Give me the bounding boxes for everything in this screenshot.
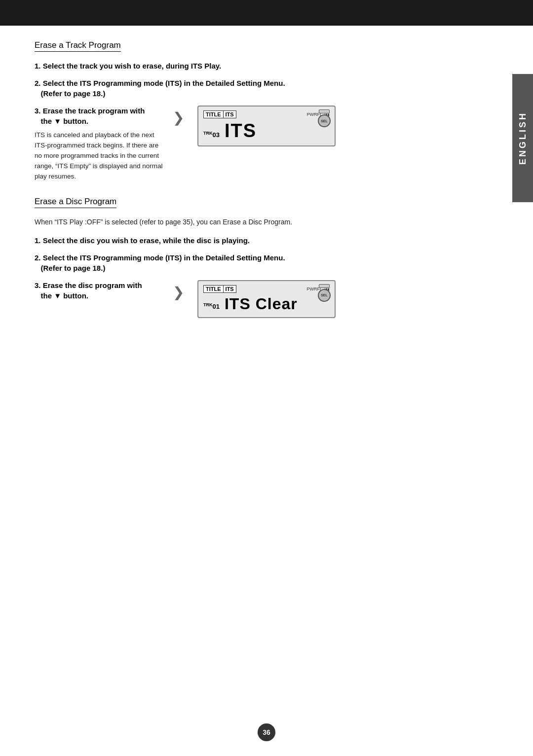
disc-step2-text: 2. Select the ITS Programming mode (ITS)… (35, 253, 285, 272)
disc-intro: When “ITS Play :OFF” is selected (refer … (35, 217, 494, 227)
top-bar (0, 0, 533, 26)
track-step1-text: 1. Select the track you wish to erase, d… (35, 62, 221, 70)
disc-step3-row: 3. Erase the disc program with the ▼ but… (35, 280, 494, 318)
display1-its-badge: ITS (224, 110, 236, 118)
section-erase-track: Erase a Track Program 1. Select the trac… (35, 40, 494, 182)
section2-heading: Erase a Disc Program (35, 197, 116, 208)
track-step3-description: ITS is canceled and playback of the next… (35, 130, 163, 182)
display2-top-row: TITLE ITS PWRFL ⏮ (203, 285, 330, 293)
disc-step3-heading: 3. Erase the disc program with the ▼ but… (35, 280, 163, 301)
display2-main-text: ITS Clear (225, 295, 298, 313)
display2-sel-knob: SEL (318, 289, 331, 302)
disc-step1-text: 1. Select the disc you wish to erase, wh… (35, 236, 250, 245)
disc-step3-text-block: 3. Erase the disc program with the ▼ but… (35, 280, 163, 305)
track-step3-text-block: 3. Erase the track program with the ▼ bu… (35, 106, 163, 182)
display1-title-badge: TITLE (203, 110, 224, 118)
main-content: Erase a Track Program 1. Select the trac… (30, 26, 503, 340)
display1-main-text: ITS (225, 120, 257, 142)
page-number: 36 (258, 723, 275, 741)
display1-ctrl-bar (319, 109, 330, 113)
device-display-1: TITLE ITS PWRFL ⏮ SEL (197, 106, 336, 146)
arrow2: ❯ (173, 284, 188, 300)
section-erase-disc: Erase a Disc Program When “ITS Play :OFF… (35, 197, 494, 318)
display1-right-controls: SEL (318, 109, 331, 127)
display1-top-row: TITLE ITS PWRFL ⏮ (203, 110, 330, 118)
step1-num: 1. (35, 62, 41, 70)
display2-its-badge: ITS (224, 285, 236, 293)
track-step3-row: 3. Erase the track program with the ▼ bu… (35, 106, 494, 182)
english-side-tab: ENGLISH (512, 74, 533, 202)
display2-ctrl-bar (319, 284, 330, 288)
display2-title-badge: TITLE (203, 285, 224, 293)
track-step2-text: 2. Select the ITS Programming mode (ITS)… (35, 79, 285, 98)
section1-heading: Erase a Track Program (35, 40, 121, 52)
step2-num: 2. (35, 79, 41, 87)
disc-step1: 1. Select the disc you wish to erase, wh… (35, 235, 494, 246)
display1-trk: TRK03 (203, 131, 220, 139)
arrow1: ❯ (173, 109, 188, 126)
side-tab-label: ENGLISH (518, 111, 528, 165)
display1-sel-knob: SEL (318, 114, 331, 127)
display1-badge: TITLE ITS (203, 110, 236, 118)
display2-trk: TRK01 (203, 302, 220, 310)
disc-step2: 2. Select the ITS Programming mode (ITS)… (35, 252, 494, 273)
display2-main-row: TRK01 ITS Clear (203, 295, 330, 313)
display1-main-row: TRK03 ITS (203, 120, 330, 142)
display2-badge: TITLE ITS (203, 285, 236, 293)
device-display-2: TITLE ITS PWRFL ⏮ SEL (197, 280, 336, 318)
track-step2: 2. Select the ITS Programming mode (ITS)… (35, 78, 494, 99)
track-step1: 1. Select the track you wish to erase, d… (35, 61, 494, 71)
track-step3-heading: 3. Erase the track program with the ▼ bu… (35, 106, 163, 126)
display2-right-controls: SEL (318, 284, 331, 302)
